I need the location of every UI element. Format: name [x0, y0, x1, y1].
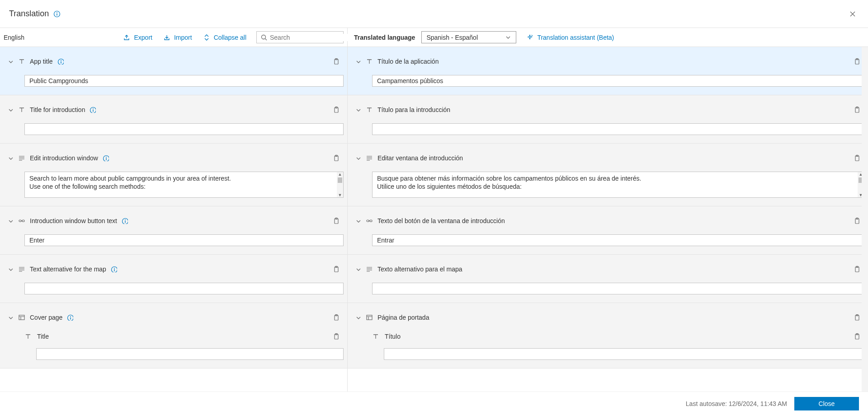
info-icon[interactable]	[57, 58, 64, 65]
clipboard-icon[interactable]	[331, 312, 342, 323]
collapse-all-button[interactable]: Collapse all	[198, 28, 252, 47]
page-title: Translation	[9, 9, 49, 19]
collapse-label: Collapse all	[214, 34, 246, 41]
section-label: Title for introduction	[30, 106, 85, 113]
clipboard-icon[interactable]	[331, 264, 342, 275]
paragraph-icon	[366, 154, 373, 162]
clipboard-icon[interactable]	[852, 153, 863, 163]
language-select[interactable]: Spanish - Español	[421, 31, 516, 43]
section-intro_title: Título para la introducción	[348, 95, 868, 144]
section-label: Editar ventana de introducción	[377, 154, 463, 162]
export-button[interactable]: Export	[118, 28, 157, 47]
clipboard-icon[interactable]	[331, 153, 342, 163]
field-edit_intro[interactable]	[373, 172, 858, 197]
search-input[interactable]	[270, 34, 349, 41]
chevron-down-icon[interactable]	[7, 218, 14, 224]
field-intro_title[interactable]	[372, 123, 864, 135]
section-label: Título de la aplicación	[377, 58, 439, 65]
export-icon	[123, 34, 130, 41]
text-icon	[24, 333, 32, 340]
chevron-down-icon	[505, 34, 511, 41]
info-icon[interactable]	[53, 10, 61, 18]
chevron-down-icon[interactable]	[355, 314, 361, 321]
sub-label: Título	[385, 333, 401, 340]
header: Translation	[0, 0, 868, 28]
chevron-down-icon[interactable]	[7, 314, 14, 321]
field-map_alt[interactable]	[24, 283, 344, 294]
chevron-down-icon[interactable]	[355, 107, 361, 113]
field-cover_page-sub[interactable]	[36, 348, 344, 360]
collapse-icon	[203, 34, 210, 41]
text-icon	[18, 58, 25, 65]
section-label: Texto alternativo para el mapa	[377, 266, 462, 273]
section-label: Página de portada	[377, 314, 429, 321]
field-app_title[interactable]	[372, 75, 864, 87]
clipboard-icon[interactable]	[852, 215, 863, 226]
info-icon[interactable]	[111, 266, 117, 272]
section-label: Texto del botón de la ventana de introdu…	[377, 217, 505, 224]
paragraph-icon	[18, 154, 25, 162]
chevron-down-icon[interactable]	[7, 266, 14, 272]
search-icon	[260, 34, 267, 41]
export-label: Export	[134, 34, 152, 41]
clipboard-icon[interactable]	[852, 264, 863, 275]
section-label: Text alternative for the map	[30, 266, 106, 273]
info-icon[interactable]	[67, 314, 73, 321]
target-language-label: Translated language	[354, 34, 415, 41]
close-button[interactable]: Close	[794, 397, 859, 410]
info-icon[interactable]	[90, 107, 96, 113]
sub-label: Title	[37, 333, 49, 340]
import-button[interactable]: Import	[158, 28, 198, 47]
text-icon	[18, 106, 25, 113]
clipboard-icon[interactable]	[852, 331, 863, 342]
section-map_alt: Texto alternativo para el mapa	[348, 255, 868, 303]
section-edit_intro: Edit introduction window▲▼	[0, 144, 347, 206]
section-label: Edit introduction window	[30, 154, 98, 162]
section-intro_button: Introduction window button text	[0, 206, 347, 255]
source-language-label: English	[4, 34, 24, 41]
chevron-down-icon[interactable]	[355, 266, 361, 272]
textarea-scrollbar[interactable]: ▲▼	[337, 172, 343, 197]
text-icon	[366, 58, 373, 65]
section-label: Título para la introducción	[377, 106, 450, 113]
text-icon	[366, 106, 373, 113]
import-label: Import	[174, 34, 192, 41]
info-icon[interactable]	[122, 218, 128, 224]
clipboard-icon[interactable]	[331, 331, 342, 342]
section-map_alt: Text alternative for the map	[0, 255, 347, 303]
clipboard-icon[interactable]	[852, 104, 863, 115]
clipboard-icon[interactable]	[331, 56, 342, 67]
translation-assistant-button[interactable]: Translation assistant (Beta)	[521, 28, 619, 47]
field-edit_intro[interactable]	[25, 172, 337, 197]
field-cover_page-sub[interactable]	[384, 348, 864, 360]
chevron-down-icon[interactable]	[355, 58, 361, 65]
section-edit_intro: Editar ventana de introducción▲▼	[348, 144, 868, 206]
section-intro_button: Texto del botón de la ventana de introdu…	[348, 206, 868, 255]
clipboard-icon[interactable]	[331, 104, 342, 115]
chevron-down-icon[interactable]	[355, 218, 361, 224]
section-label: App title	[30, 58, 53, 65]
clipboard-icon[interactable]	[331, 215, 342, 226]
layout-icon	[18, 314, 25, 321]
link-icon	[366, 217, 373, 224]
chevron-down-icon[interactable]	[7, 107, 14, 113]
field-map_alt[interactable]	[372, 283, 864, 294]
info-icon[interactable]	[103, 155, 109, 161]
scrollbar[interactable]	[862, 47, 868, 392]
field-app_title[interactable]	[24, 75, 344, 87]
field-intro_button[interactable]	[372, 234, 864, 246]
paragraph-icon	[18, 266, 25, 273]
search-input-wrap[interactable]	[256, 31, 344, 43]
clipboard-icon[interactable]	[852, 56, 863, 67]
field-intro_title[interactable]	[24, 123, 344, 135]
chevron-down-icon[interactable]	[7, 155, 14, 161]
chevron-down-icon[interactable]	[7, 58, 14, 65]
footer: Last autosave: 12/6/2024, 11:43 AM Close	[0, 392, 868, 415]
field-intro_button[interactable]	[24, 234, 344, 246]
section-label: Cover page	[30, 314, 62, 321]
chevron-down-icon[interactable]	[355, 155, 361, 161]
paragraph-icon	[366, 266, 373, 273]
section-cover_page: Cover pageTitle	[0, 303, 347, 368]
clipboard-icon[interactable]	[852, 312, 863, 323]
close-icon[interactable]	[846, 8, 859, 20]
